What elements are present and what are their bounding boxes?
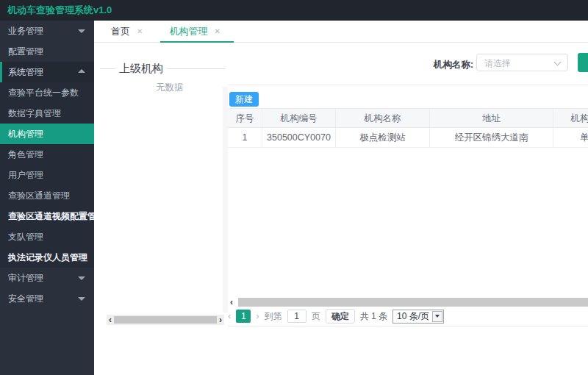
scroll-left-icon[interactable]: ‹ (107, 315, 114, 325)
confirm-button[interactable]: 确定 (326, 309, 355, 324)
total-count-label: 共 1 条 (360, 310, 387, 323)
column-header-org-code: 机构编号 (262, 108, 336, 128)
search-button[interactable] (578, 53, 588, 72)
tree-horizontal-scrollbar[interactable]: ‹ › (107, 315, 224, 325)
page-number-button[interactable]: 1 (236, 310, 251, 323)
parent-org-legend: 上级机构 (100, 62, 226, 76)
org-name-label: 机构名称: (434, 59, 473, 71)
chevron-down-icon (78, 297, 85, 301)
org-table: 序号 机构编号 机构名称 地址 机构类型 1 350500CY0070 极点检测… (228, 108, 588, 148)
panel-divider-track (223, 87, 228, 312)
column-header-index: 序号 (228, 108, 262, 128)
sidebar-item-label: 机构管理 (8, 129, 43, 139)
scrollbar-thumb[interactable] (114, 316, 217, 324)
sidebar-item-config-mgmt[interactable]: 配置管理 (0, 41, 94, 62)
sidebar-item-label: 查验区通道管理 (8, 190, 70, 201)
cell-org-code: 350500CY0070 (262, 128, 336, 148)
close-icon[interactable]: ✕ (137, 27, 143, 35)
select-placeholder: 请选择 (484, 57, 511, 70)
sidebar-item-audit-mgmt[interactable]: 审计管理 (0, 268, 94, 288)
sidebar-item-role-mgmt[interactable]: 角色管理 (0, 144, 94, 165)
sidebar-item-data-dictionary[interactable]: 数据字典管理 (0, 103, 94, 124)
tab-home[interactable]: 首页 ✕ (107, 21, 151, 42)
column-header-address: 地址 (430, 108, 553, 128)
sidebar-item-security-mgmt[interactable]: 安全管理 (0, 288, 94, 309)
pagination-bar: ‹ 1 › 到第 页 确定 共 1 条 10 条/页 (228, 309, 444, 324)
page-size-select[interactable]: 10 条/页 (392, 310, 444, 324)
sidebar-item-label: 数据字典管理 (8, 108, 61, 118)
cell-org-name: 极点检测站 (336, 128, 430, 148)
sidebar-item-label: 安全管理 (8, 293, 43, 304)
sidebar-item-bodycam-personnel-mgmt[interactable]: 执法记录仪人员管理 (0, 247, 94, 268)
chevron-down-icon (78, 276, 85, 280)
sidebar-item-label: 角色管理 (8, 149, 43, 160)
org-name-select[interactable]: 请选择 (476, 54, 568, 71)
scrollbar-thumb[interactable] (238, 298, 588, 307)
legend-line (100, 68, 115, 69)
tab-label: 首页 (111, 25, 130, 38)
sidebar-item-system-mgmt[interactable]: 系统管理 (0, 62, 94, 82)
app-title: 机动车查验管理系统v1.0 (7, 0, 112, 21)
sidebar-item-label: 支队管理 (8, 232, 43, 242)
cell-address: 经开区锦绣大道南 (430, 128, 553, 148)
column-header-org-name: 机构名称 (336, 108, 430, 128)
table-header-row: 序号 机构编号 机构名称 地址 机构类型 (228, 108, 588, 128)
tree-empty-text: 无数据 (156, 82, 184, 94)
prev-page-icon[interactable]: ‹ (228, 310, 231, 323)
select-arrow-box[interactable] (432, 311, 442, 322)
cell-org-type: 单位 (553, 128, 588, 148)
legend-title: 上级机构 (115, 62, 167, 76)
sidebar-item-label: 审计管理 (8, 273, 43, 283)
chevron-down-icon (78, 29, 85, 33)
legend-line (167, 68, 226, 69)
sidebar-item-label: 查验平台统一参数 (8, 88, 79, 98)
page-unit-label: 页 (312, 310, 320, 323)
chevron-down-icon (554, 59, 562, 66)
sidebar-item-inspection-channel-mgmt[interactable]: 查验区通道管理 (0, 185, 94, 206)
org-table-panel: 新建 序号 机构编号 机构名称 地址 机构类型 1 350500CY0070 极… (228, 85, 588, 335)
sidebar-item-label: 业务管理 (8, 26, 43, 36)
tab-label: 机构管理 (169, 25, 207, 38)
goto-page-input[interactable] (287, 310, 306, 323)
app-window: 机动车查验管理系统v1.0 业务管理 配置管理 系统管理 查验平台统一参数 数据… (0, 0, 588, 375)
page-size-value: 10 条/页 (393, 310, 432, 323)
column-header-org-type: 机构类型 (553, 108, 588, 128)
top-header-bar: 机动车查验管理系统v1.0 (0, 0, 588, 21)
sidebar-item-org-mgmt[interactable]: 机构管理 (0, 124, 94, 144)
sidebar-item-label: 配置管理 (8, 46, 43, 57)
scroll-left-icon[interactable]: ‹ (228, 297, 235, 307)
new-button[interactable]: 新建 (229, 92, 259, 107)
tab-bar: 首页 ✕ 机构管理 ✕ (94, 21, 588, 43)
cell-index: 1 (228, 128, 262, 148)
panel-bottom-divider (228, 326, 588, 326)
close-icon[interactable]: ✕ (214, 27, 220, 35)
scroll-right-icon[interactable]: › (217, 315, 224, 325)
sidebar-item-label: 系统管理 (8, 67, 43, 77)
sidebar-item-business-mgmt[interactable]: 业务管理 (0, 21, 94, 41)
sidebar-item-user-mgmt[interactable]: 用户管理 (0, 165, 94, 185)
caret-down-icon (435, 315, 440, 318)
sidebar-item-label: 查验区通道视频配置管理 (8, 211, 105, 221)
sidebar-item-channel-video-config-mgmt[interactable]: 查验区通道视频配置管理 (0, 206, 94, 226)
table-row[interactable]: 1 350500CY0070 极点检测站 经开区锦绣大道南 单位 (228, 128, 588, 148)
chevron-up-icon (78, 69, 85, 73)
goto-label: 到第 (265, 310, 282, 323)
sidebar-item-label: 用户管理 (8, 170, 43, 180)
sidebar-nav: 业务管理 配置管理 系统管理 查验平台统一参数 数据字典管理 机构管理 角色管理… (0, 21, 94, 375)
table-horizontal-scrollbar[interactable]: ‹ (228, 297, 588, 307)
sidebar-item-label: 执法记录仪人员管理 (8, 252, 87, 262)
sidebar-item-detachment-mgmt[interactable]: 支队管理 (0, 226, 94, 247)
sidebar-item-platform-params[interactable]: 查验平台统一参数 (0, 82, 94, 103)
main-content: 首页 ✕ 机构管理 ✕ 机构名称: 请选择 上级机构 无数据 ‹ › (94, 21, 588, 375)
tab-org-mgmt[interactable]: 机构管理 ✕ (165, 21, 229, 42)
next-page-icon[interactable]: › (256, 310, 259, 323)
